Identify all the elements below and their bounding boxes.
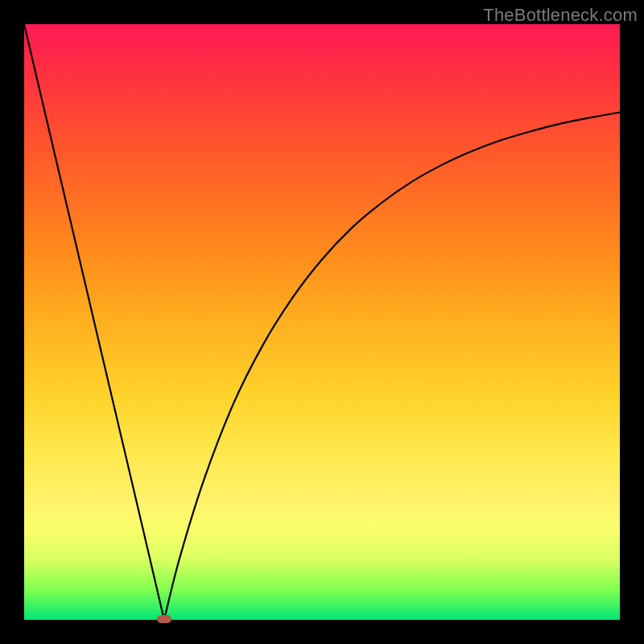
- curve-right-branch: [164, 113, 620, 620]
- plot-area: [24, 24, 620, 620]
- curve-left-branch: [24, 24, 164, 620]
- curve-svg: [24, 24, 620, 620]
- watermark-text: TheBottleneck.com: [483, 5, 638, 26]
- minimum-marker: [157, 615, 171, 623]
- chart-frame: TheBottleneck.com: [0, 0, 644, 644]
